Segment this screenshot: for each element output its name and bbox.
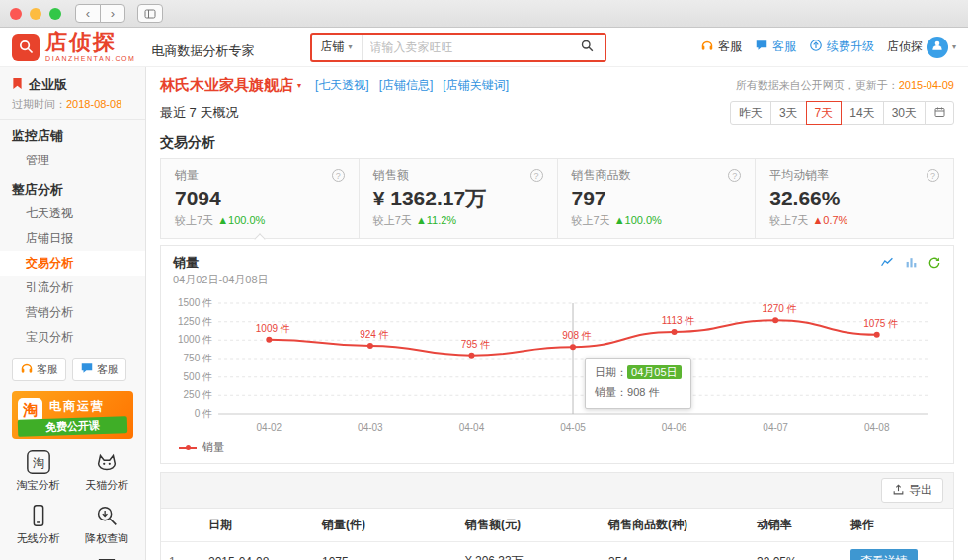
svg-text:1270 件: 1270 件 <box>763 303 797 314</box>
sidebar-service-button-a[interactable]: 客服 <box>12 358 66 381</box>
svg-text:795 件: 795 件 <box>461 339 490 350</box>
svg-text:908 件: 908 件 <box>562 330 591 341</box>
stat-card-revenue[interactable]: 销售额? ¥ 1362.17万 较上7天▲11.2% <box>360 159 558 238</box>
chart-date-range: 04月02日-04月08日 <box>173 273 941 287</box>
site-logo[interactable]: 店侦探 DIANZHENTAN.COM <box>12 32 136 62</box>
app-header: 店侦探 DIANZHENTAN.COM 电商数据分析专家 店铺 ▾ 客服 客服 … <box>0 28 968 67</box>
svg-text:1075 件: 1075 件 <box>863 318 898 329</box>
chat-icon <box>80 361 94 377</box>
browser-titlebar: ‹ › <box>0 0 968 28</box>
tool-through-train-promo[interactable]: 直通车推广 <box>4 555 73 560</box>
svg-text:1009 件: 1009 件 <box>256 323 290 334</box>
store-link-info[interactable]: [店铺信息] <box>379 77 434 94</box>
search-scope-select[interactable]: 店铺 ▾ <box>312 35 363 60</box>
svg-text:04-07: 04-07 <box>763 422 788 433</box>
store-name-dropdown[interactable]: 林氏木业家具旗舰店 ▾ <box>160 76 301 95</box>
date-range-group: 昨天 3天 7天 14天 30天 <box>730 101 954 125</box>
chat-icon <box>755 39 768 55</box>
tool-taobao-analysis[interactable]: 淘 淘宝分析 <box>4 448 73 493</box>
zoom-window-button[interactable] <box>49 8 61 20</box>
service-link-a[interactable]: 客服 <box>700 39 742 55</box>
close-window-button[interactable] <box>10 8 22 20</box>
site-tagline: 电商数据分析专家 <box>152 42 255 60</box>
sidebar-service-button-b[interactable]: 客服 <box>72 358 126 381</box>
logo-title: 店侦探 <box>45 32 136 53</box>
sidebar-item-traffic-analysis[interactable]: 引流分析 <box>0 276 145 300</box>
search-input[interactable] <box>363 35 571 60</box>
expire-date: 过期时间：2018-08-08 <box>0 96 145 119</box>
stat-value: 32.66% <box>769 186 939 210</box>
col-volume: 销量(件) <box>314 509 457 542</box>
range-30day-button[interactable]: 30天 <box>883 101 926 125</box>
calendar-picker-button[interactable] <box>925 101 954 125</box>
legend-line-marker <box>179 447 197 449</box>
service-link-b[interactable]: 客服 <box>755 39 796 55</box>
tool-wireless-analysis[interactable]: 无线分析 <box>4 502 73 546</box>
taobao-icon: 淘 <box>4 448 73 476</box>
trend-up-badge: ▲0.7% <box>812 214 847 226</box>
avatar <box>927 37 948 58</box>
view-detail-button[interactable]: 查看详情 <box>850 549 918 560</box>
refresh-icon[interactable] <box>928 256 941 270</box>
sidebar-item-marketing-analysis[interactable]: 营销分析 <box>0 300 145 325</box>
info-icon[interactable]: ? <box>728 169 741 182</box>
info-icon[interactable]: ? <box>530 169 543 182</box>
tool-shop-dsr[interactable]: 店铺DSR <box>73 555 142 560</box>
sidebar: 企业版 过期时间：2018-08-08 监控店铺 管理 整店分析 七天透视 店铺… <box>0 67 146 560</box>
stat-card-products-sold[interactable]: 销售商品数? 797 较上7天▲100.0% <box>558 159 757 238</box>
browser-forward-button[interactable]: › <box>100 4 125 23</box>
sidebar-group-monitor[interactable]: 监控店铺 <box>0 120 145 148</box>
sidebar-item-daily-report[interactable]: 店铺日报 <box>0 226 145 251</box>
bar-chart-icon[interactable] <box>904 256 919 269</box>
renew-upgrade-link[interactable]: 续费升级 <box>809 39 874 55</box>
store-link-keywords[interactable]: [店铺关键词] <box>443 77 509 94</box>
range-yesterday-button[interactable]: 昨天 <box>730 101 771 125</box>
chevron-down-icon: ▾ <box>349 42 353 51</box>
sidebar-item-seven-day[interactable]: 七天透视 <box>0 201 145 226</box>
browser-back-button[interactable]: ‹ <box>75 4 101 23</box>
minimize-window-button[interactable] <box>30 8 41 20</box>
tool-demotion-check[interactable]: 降权查询 <box>73 502 142 546</box>
info-icon[interactable]: ? <box>927 169 939 182</box>
sidebar-item-manage[interactable]: 管理 <box>0 148 145 173</box>
svg-text:1250 件: 1250 件 <box>178 316 212 327</box>
vip-ribbon-icon <box>12 77 23 93</box>
svg-text:0 件: 0 件 <box>195 408 212 419</box>
stat-card-sales-volume[interactable]: 销量? 7094 较上7天▲100.0% <box>161 159 360 238</box>
promo-banner[interactable]: 淘 电商运营 免费公开课 <box>12 391 133 439</box>
stat-card-sell-through-rate[interactable]: 平均动销率? 32.66% 较上7天▲0.7% <box>756 159 953 238</box>
line-chart-icon[interactable] <box>879 256 895 269</box>
stat-value: 7094 <box>175 186 345 210</box>
range-3day-button[interactable]: 3天 <box>770 101 807 125</box>
col-revenue: 销售额(元) <box>457 509 601 542</box>
shop-icon <box>73 555 142 560</box>
col-rate: 动销率 <box>749 509 843 542</box>
export-button[interactable]: 导出 <box>881 478 943 503</box>
store-link-seven-day[interactable]: [七天透视] <box>315 77 369 94</box>
tab-overview-button[interactable] <box>137 4 163 23</box>
info-icon[interactable]: ? <box>332 169 345 182</box>
search-button[interactable] <box>571 35 605 60</box>
chart-legend[interactable]: 销量 <box>173 438 941 459</box>
stat-cards: 销量? 7094 较上7天▲100.0% 销售额? ¥ 1362.17万 较上7… <box>160 158 954 239</box>
calendar-icon <box>933 104 946 121</box>
stat-value: 797 <box>572 186 742 210</box>
svg-text:1000 件: 1000 件 <box>178 335 212 346</box>
sidebar-group-store-analysis[interactable]: 整店分析 <box>0 173 145 201</box>
sales-chart-card: 销量 04月02日-04月08日 0 件250 件500 件750 件1000 … <box>160 245 954 464</box>
sidebar-item-transaction-analysis[interactable]: 交易分析 <box>0 251 145 276</box>
selected-card-notch <box>254 234 265 245</box>
user-menu[interactable]: 店侦探 ▾ <box>887 37 956 58</box>
col-action: 操作 <box>843 509 953 542</box>
search-icon <box>580 39 595 56</box>
upgrade-arrow-icon <box>809 39 823 55</box>
tool-tmall-analysis[interactable]: 天猫分析 <box>73 448 142 493</box>
svg-text:1500 件: 1500 件 <box>178 297 212 308</box>
range-14day-button[interactable]: 14天 <box>841 101 883 125</box>
table-row: 1. 2015-04-08 1075 ¥ 206.33万 354 33.05% … <box>161 542 953 560</box>
sidebar-item-product-analysis[interactable]: 宝贝分析 <box>0 325 145 350</box>
range-7day-button[interactable]: 7天 <box>806 101 843 125</box>
chevron-down-icon: ▾ <box>297 81 301 90</box>
trend-up-badge: ▲100.0% <box>614 214 662 226</box>
edition-badge: 企业版 <box>0 67 145 96</box>
